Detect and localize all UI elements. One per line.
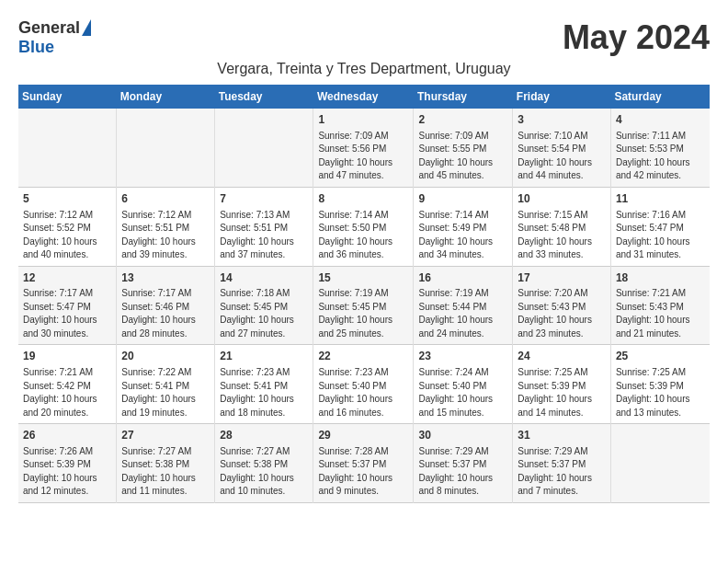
day-info: Sunset: 5:51 PM (220, 222, 308, 236)
day-info: Daylight: 10 hours and 36 minutes. (318, 236, 408, 262)
day-info: Sunrise: 7:26 AM (23, 445, 111, 459)
day-info: Sunrise: 7:19 AM (418, 287, 507, 301)
day-info: Daylight: 10 hours and 27 minutes. (220, 314, 308, 340)
day-number: 17 (518, 270, 606, 286)
day-cell: 31Sunrise: 7:29 AMSunset: 5:37 PMDayligh… (513, 424, 611, 503)
day-cell (610, 424, 710, 503)
day-info: Sunset: 5:43 PM (616, 301, 705, 315)
day-number: 8 (318, 191, 408, 207)
day-info: Sunset: 5:41 PM (220, 380, 308, 394)
day-number: 28 (220, 428, 308, 443)
day-cell: 16Sunrise: 7:19 AMSunset: 5:44 PMDayligh… (414, 266, 513, 345)
header-tuesday: Tuesday (215, 85, 313, 109)
month-title: May 2024 (563, 18, 710, 57)
day-info: Sunrise: 7:10 AM (518, 130, 606, 144)
logo-general: General (18, 18, 80, 38)
day-info: Sunrise: 7:09 AM (418, 130, 507, 144)
day-info: Sunrise: 7:12 AM (23, 209, 111, 223)
day-info: Sunrise: 7:20 AM (518, 287, 606, 301)
day-cell: 2Sunrise: 7:09 AMSunset: 5:55 PMDaylight… (414, 109, 513, 187)
day-info: Daylight: 10 hours and 44 minutes. (518, 156, 606, 183)
day-number: 25 (616, 349, 705, 364)
day-number: 24 (518, 349, 606, 364)
day-info: Sunrise: 7:21 AM (616, 287, 705, 301)
day-cell: 11Sunrise: 7:16 AMSunset: 5:47 PMDayligh… (610, 187, 710, 266)
day-info: Sunset: 5:37 PM (418, 458, 507, 472)
day-cell: 24Sunrise: 7:25 AMSunset: 5:39 PMDayligh… (513, 345, 611, 424)
day-number: 9 (418, 191, 507, 207)
day-info: Sunrise: 7:25 AM (616, 366, 705, 380)
header-thursday: Thursday (414, 85, 513, 109)
day-info: Sunrise: 7:23 AM (220, 366, 308, 380)
day-number: 4 (616, 112, 705, 128)
day-cell: 23Sunrise: 7:24 AMSunset: 5:40 PMDayligh… (414, 345, 513, 424)
day-number: 29 (318, 428, 408, 443)
day-cell (18, 109, 117, 187)
week-row-4: 19Sunrise: 7:21 AMSunset: 5:42 PMDayligh… (18, 345, 710, 424)
day-info: Daylight: 10 hours and 34 minutes. (418, 236, 507, 262)
day-info: Daylight: 10 hours and 15 minutes. (418, 393, 507, 419)
day-info: Sunrise: 7:28 AM (318, 445, 408, 459)
header-row: Sunday Monday Tuesday Wednesday Thursday… (18, 85, 710, 109)
day-info: Sunset: 5:38 PM (121, 458, 210, 472)
day-number: 19 (23, 349, 111, 364)
logo-triangle-icon (82, 19, 91, 36)
day-info: Daylight: 10 hours and 16 minutes. (318, 393, 408, 419)
calendar-body: 1Sunrise: 7:09 AMSunset: 5:56 PMDaylight… (18, 109, 710, 502)
day-info: Sunset: 5:45 PM (220, 301, 308, 315)
day-info: Daylight: 10 hours and 14 minutes. (518, 393, 606, 419)
day-cell: 17Sunrise: 7:20 AMSunset: 5:43 PMDayligh… (513, 266, 611, 345)
day-info: Daylight: 10 hours and 47 minutes. (318, 156, 408, 183)
day-info: Sunrise: 7:15 AM (518, 209, 606, 223)
day-number: 26 (23, 428, 111, 443)
week-row-3: 12Sunrise: 7:17 AMSunset: 5:47 PMDayligh… (18, 266, 710, 345)
page-header: General Blue May 2024 (18, 18, 710, 57)
day-info: Daylight: 10 hours and 30 minutes. (23, 314, 111, 340)
day-cell: 28Sunrise: 7:27 AMSunset: 5:38 PMDayligh… (215, 424, 313, 503)
day-cell: 9Sunrise: 7:14 AMSunset: 5:49 PMDaylight… (414, 187, 513, 266)
day-info: Daylight: 10 hours and 13 minutes. (616, 393, 705, 419)
day-info: Sunrise: 7:23 AM (318, 366, 408, 380)
day-info: Sunset: 5:37 PM (518, 458, 606, 472)
day-info: Daylight: 10 hours and 11 minutes. (121, 472, 210, 499)
day-info: Sunset: 5:47 PM (23, 301, 111, 315)
day-cell: 3Sunrise: 7:10 AMSunset: 5:54 PMDaylight… (513, 109, 611, 187)
day-info: Daylight: 10 hours and 28 minutes. (121, 314, 210, 340)
header-friday: Friday (513, 85, 611, 109)
day-info: Sunrise: 7:21 AM (23, 366, 111, 380)
day-number: 21 (220, 349, 308, 364)
day-number: 27 (121, 428, 210, 443)
day-info: Sunrise: 7:29 AM (418, 445, 507, 459)
day-number: 30 (418, 428, 507, 443)
day-number: 15 (318, 270, 408, 286)
day-number: 3 (518, 112, 606, 128)
day-number: 13 (121, 270, 210, 286)
day-number: 14 (220, 270, 308, 286)
day-info: Sunrise: 7:27 AM (220, 445, 308, 459)
logo: General Blue (18, 18, 91, 57)
day-info: Sunset: 5:46 PM (121, 301, 210, 315)
day-info: Sunset: 5:52 PM (23, 222, 111, 236)
day-info: Sunrise: 7:25 AM (518, 366, 606, 380)
location-title: Vergara, Treinta y Tres Department, Urug… (18, 61, 710, 77)
day-info: Sunset: 5:40 PM (318, 380, 408, 394)
day-cell: 25Sunrise: 7:25 AMSunset: 5:39 PMDayligh… (610, 345, 710, 424)
day-cell: 5Sunrise: 7:12 AMSunset: 5:52 PMDaylight… (18, 187, 117, 266)
header-sunday: Sunday (18, 85, 117, 109)
day-cell: 13Sunrise: 7:17 AMSunset: 5:46 PMDayligh… (117, 266, 215, 345)
day-info: Sunset: 5:43 PM (518, 301, 606, 315)
day-info: Sunset: 5:50 PM (318, 222, 408, 236)
calendar-table: Sunday Monday Tuesday Wednesday Thursday… (18, 85, 710, 503)
day-number: 7 (220, 191, 308, 207)
day-info: Sunrise: 7:17 AM (23, 287, 111, 301)
day-cell: 6Sunrise: 7:12 AMSunset: 5:51 PMDaylight… (117, 187, 215, 266)
day-info: Sunrise: 7:16 AM (616, 209, 705, 223)
day-info: Sunset: 5:44 PM (418, 301, 507, 315)
day-cell: 14Sunrise: 7:18 AMSunset: 5:45 PMDayligh… (215, 266, 313, 345)
day-info: Daylight: 10 hours and 45 minutes. (418, 156, 507, 183)
day-info: Sunset: 5:42 PM (23, 380, 111, 394)
day-info: Sunrise: 7:09 AM (318, 130, 408, 144)
day-cell: 29Sunrise: 7:28 AMSunset: 5:37 PMDayligh… (313, 424, 414, 503)
day-info: Sunset: 5:41 PM (121, 380, 210, 394)
day-number: 5 (23, 191, 111, 207)
